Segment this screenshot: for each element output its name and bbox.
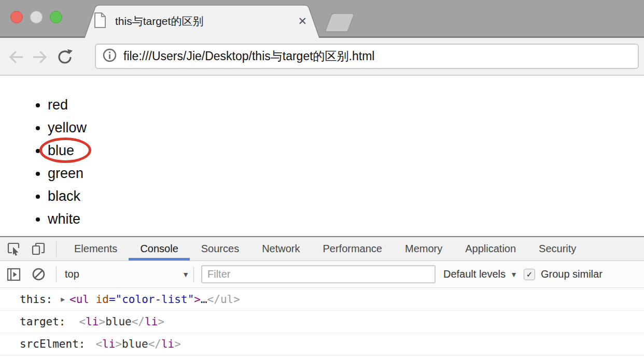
console-sidebar-icon[interactable]	[5, 266, 22, 283]
clear-console-icon[interactable]	[30, 266, 47, 283]
list-item[interactable]: red	[48, 93, 644, 116]
list-item[interactable]: yellow	[48, 116, 644, 139]
code-token: blue	[105, 315, 132, 328]
divider	[193, 267, 194, 282]
back-button[interactable]	[6, 47, 26, 67]
code-token: </	[132, 315, 145, 328]
address-bar[interactable]: file:///Users/Jie/Desktop/this与target的区别…	[95, 44, 639, 69]
tab-title: this与target的区别	[115, 14, 298, 29]
context-selector-label: top	[65, 268, 182, 280]
console-log-label: this:	[20, 293, 52, 306]
code-token: >	[194, 293, 201, 306]
console-log-row: target:<li>blue</li>	[0, 311, 644, 333]
code-token: </ul>	[207, 293, 240, 306]
close-tab-icon[interactable]: ✕	[298, 15, 307, 28]
list-item[interactable]: black	[48, 185, 644, 208]
group-similar-checkbox[interactable]: ✓	[524, 269, 535, 280]
code-token: </	[148, 338, 161, 350]
page-favicon-icon	[93, 12, 107, 31]
code-token: …	[201, 293, 207, 306]
tab-application[interactable]: Application	[454, 237, 527, 260]
code-token: >	[99, 315, 105, 328]
inspect-element-icon[interactable]	[5, 241, 22, 257]
tab-security[interactable]: Security	[527, 237, 587, 260]
console-log-label: srcElment:	[20, 338, 85, 350]
code-token: blue	[122, 338, 148, 350]
logged-element-preview[interactable]: <ul id="color-list">…</ul>	[69, 293, 240, 306]
code-token: li	[145, 315, 158, 328]
code-token: id	[89, 293, 109, 306]
code-token: <	[95, 338, 102, 350]
code-token: >	[115, 338, 122, 350]
page-content: red yellow blue green black white	[0, 76, 644, 236]
log-levels-selector[interactable]: Default levels ▼	[443, 268, 517, 280]
list-item[interactable]: white	[48, 208, 644, 230]
tab-memory[interactable]: Memory	[394, 237, 454, 260]
code-token: <	[79, 315, 86, 328]
url-text: file:///Users/Jie/Desktop/this与target的区别…	[123, 48, 374, 64]
code-token: >	[174, 338, 181, 350]
console-log-row: this:▶<ul id="color-list">…</ul>	[0, 288, 644, 311]
code-token: <ul	[69, 293, 89, 306]
device-toolbar-icon[interactable]	[30, 241, 47, 257]
code-token: ="color-list"	[109, 293, 194, 306]
browser-tab[interactable]: this与target的区别 ✕	[93, 6, 314, 36]
logged-element-preview[interactable]: <li>blue</li>	[95, 338, 180, 350]
tab-elements[interactable]: Elements	[63, 237, 129, 260]
divider	[56, 267, 57, 282]
code-token: li	[86, 315, 99, 328]
group-similar-toggle[interactable]: ✓ Group similar	[524, 268, 603, 280]
color-list: red yellow blue green black white	[0, 93, 644, 230]
divider	[56, 241, 57, 257]
page-info-icon[interactable]	[103, 48, 117, 64]
tab-console[interactable]: Console	[129, 237, 189, 260]
code-token: >	[158, 315, 164, 328]
filter-input[interactable]	[201, 265, 436, 283]
close-window-button[interactable]	[10, 11, 23, 23]
console-log-row: srcElment:<li>blue</li>	[0, 333, 644, 355]
code-token: li	[102, 338, 115, 350]
titlebar: this与target的区别 ✕	[0, 0, 644, 38]
log-levels-label: Default levels	[443, 268, 506, 280]
group-similar-label: Group similar	[541, 268, 603, 280]
dropdown-arrow-icon: ▼	[510, 270, 517, 279]
code-token: li	[161, 338, 174, 350]
dropdown-arrow-icon: ▼	[182, 270, 189, 279]
zoom-window-button[interactable]	[50, 11, 62, 23]
devtools-tabs: Elements Console Sources Network Perform…	[63, 237, 587, 260]
browser-toolbar: file:///Users/Jie/Desktop/this与target的区别…	[0, 38, 644, 76]
red-circle-annotation	[39, 138, 91, 163]
list-item[interactable]: blue	[48, 139, 644, 162]
devtools-tabbar: Elements Console Sources Network Perform…	[0, 237, 644, 261]
list-item[interactable]: green	[48, 162, 644, 185]
devtools-panel: Elements Console Sources Network Perform…	[0, 236, 644, 355]
forward-button[interactable]	[30, 47, 50, 67]
console-toolbar: top ▼ Default levels ▼ ✓ Group similar	[0, 261, 644, 288]
tab-performance[interactable]: Performance	[312, 237, 394, 260]
context-selector[interactable]: top ▼	[65, 268, 189, 280]
minimize-window-button[interactable]	[30, 11, 43, 23]
new-tab-button[interactable]	[325, 13, 354, 32]
checkbox-check-icon: ✓	[526, 270, 533, 279]
expand-node-icon[interactable]: ▶	[61, 295, 65, 303]
reload-button[interactable]	[55, 47, 75, 67]
console-log-label: target:	[20, 315, 66, 328]
tab-network[interactable]: Network	[250, 237, 311, 260]
logged-element-preview[interactable]: <li>blue</li>	[79, 315, 164, 328]
tab-sources[interactable]: Sources	[190, 237, 250, 260]
